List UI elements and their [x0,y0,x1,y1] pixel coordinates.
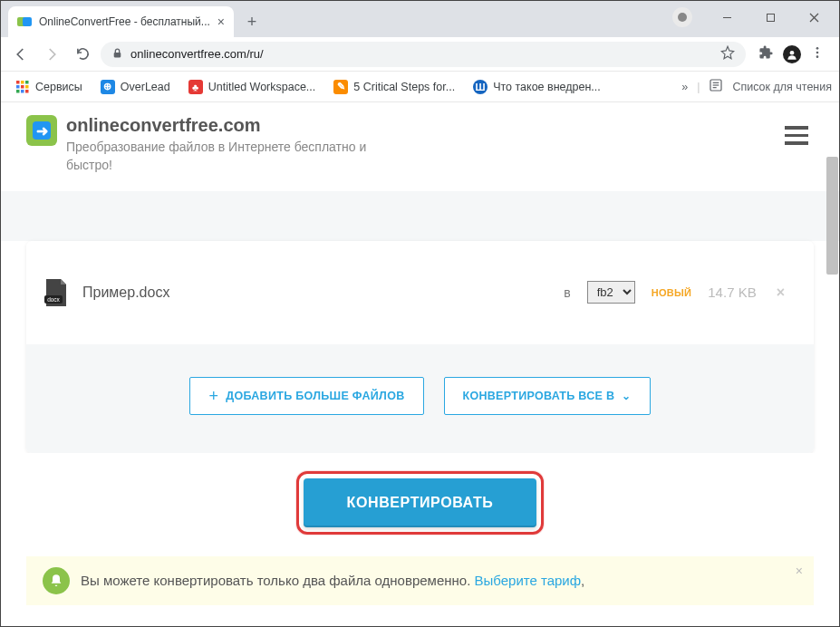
browser-address-bar: onlineconvertfree.com/ru/ [1,37,839,72]
tab-favicon [17,14,32,29]
bookmark-favicon: ♣ [188,80,203,94]
nav-back-button[interactable] [8,42,34,67]
apps-shortcut[interactable]: Сервисы [8,76,90,98]
tab-title: OnlineConvertFree - бесплатный... [39,15,210,28]
profile-avatar-icon[interactable] [783,45,801,63]
svg-rect-19 [16,90,20,93]
bookmark-label: Что такое внедрен... [493,81,601,93]
svg-rect-7 [114,52,121,56]
convert-to-label: в [564,285,570,300]
add-more-files-button[interactable]: + ДОБАВИТЬ БОЛЬШЕ ФАЙЛОВ [189,377,423,415]
nav-reload-button[interactable] [70,42,95,67]
new-tab-button[interactable]: + [239,9,265,34]
bookmark-item[interactable]: ✎ 5 Critical Steps for... [326,76,462,98]
convert-all-label: КОНВЕРТИРОВАТЬ ВСЕ В [463,390,615,402]
bookmarks-overflow-icon[interactable]: » [681,81,688,93]
extensions-icon[interactable] [758,44,774,63]
bookmark-label: 5 Critical Steps for... [353,81,455,93]
svg-rect-20 [21,90,24,93]
svg-rect-13 [16,81,20,84]
bookmark-item[interactable]: Ш Что такое внедрен... [466,76,608,98]
upgrade-notice: Вы можете конвертировать только два файл… [26,556,814,605]
convert-all-to-button[interactable]: КОНВЕРТИРОВАТЬ ВСЕ В ⌄ [444,377,651,415]
convert-button[interactable]: КОНВЕРТИРОВАТЬ [304,478,537,527]
file-row: docx Пример.docx в fb2 НОВЫЙ 14.7 KB × [26,241,814,344]
browser-titlebar: OnlineConvertFree - бесплатный... × + [1,1,839,37]
profile-badge-icon[interactable] [672,7,692,27]
svg-text:docx: docx [47,296,60,303]
site-tagline: Преобразование файлов в Интернете беспла… [66,138,383,175]
url-input[interactable]: onlineconvertfree.com/ru/ [101,42,746,67]
window-minimize-button[interactable] [709,5,745,30]
choose-plan-link[interactable]: Выберите тариф [475,573,582,588]
site-header: ➜ onlineconvertfree.com Преобразование ф… [1,102,839,191]
file-size: 14.7 KB [708,285,756,300]
svg-point-12 [816,55,819,58]
browser-tab[interactable]: OnlineConvertFree - бесплатный... × [8,6,234,37]
apps-icon [15,80,30,94]
svg-point-2 [678,13,687,22]
site-name: onlineconvertfree.com [66,115,383,136]
svg-point-10 [816,47,819,50]
svg-point-11 [816,51,819,53]
notice-close-button[interactable]: × [796,564,803,578]
bookmarks-bar: Сервисы ⊕ OverLead ♣ Untitled Workspace.… [1,72,839,102]
bookmark-label: OverLead [121,81,170,93]
apps-label: Сервисы [35,81,82,93]
star-icon[interactable] [720,45,735,63]
hamburger-menu-button[interactable] [779,121,814,150]
bookmark-favicon: Ш [473,80,488,94]
svg-point-9 [790,50,795,54]
notice-text: Вы можете конвертировать только два файл… [81,573,584,588]
file-type-icon: docx [43,277,70,308]
svg-rect-17 [21,85,24,89]
page-viewport: ➜ onlineconvertfree.com Преобразование ф… [1,102,839,626]
site-logo[interactable]: ➜ onlineconvertfree.com Преобразование ф… [26,115,383,175]
file-card: docx Пример.docx в fb2 НОВЫЙ 14.7 KB × + [26,241,814,453]
svg-rect-1 [23,17,32,26]
lock-icon [111,47,123,62]
svg-rect-14 [21,81,24,84]
format-select[interactable]: fb2 [587,281,635,304]
logo-icon: ➜ [26,115,57,146]
nav-forward-button[interactable] [39,42,64,67]
window-maximize-button[interactable] [752,5,788,30]
tab-close-icon[interactable]: × [217,14,225,29]
bookmark-label: Untitled Workspace... [208,81,316,93]
card-actions: + ДОБАВИТЬ БОЛЬШЕ ФАЙЛОВ КОНВЕРТИРОВАТЬ … [26,344,814,453]
bookmark-item[interactable]: ♣ Untitled Workspace... [181,76,323,98]
scrollbar-thumb[interactable] [826,157,838,275]
window-close-button[interactable] [796,5,832,30]
new-badge: НОВЫЙ [652,287,692,298]
bookmark-favicon: ⊕ [101,80,115,94]
bookmark-favicon: ✎ [333,80,348,94]
svg-rect-18 [25,85,29,89]
svg-rect-21 [25,90,29,93]
url-text: onlineconvertfree.com/ru/ [130,47,264,61]
reading-list-icon [709,78,723,95]
highlight-frame: КОНВЕРТИРОВАТЬ [296,471,545,535]
bookmark-item[interactable]: ⊕ OverLead [93,76,178,98]
chevron-down-icon: ⌄ [622,390,631,402]
reading-list-button[interactable]: Список для чтения [732,81,832,93]
menu-kebab-icon[interactable] [810,45,825,63]
add-more-label: ДОБАВИТЬ БОЛЬШЕ ФАЙЛОВ [226,390,404,402]
plus-icon: + [208,388,218,404]
svg-rect-4 [767,14,774,21]
bell-icon [43,567,70,594]
svg-rect-16 [16,85,20,89]
remove-file-button[interactable]: × [773,285,788,301]
svg-rect-15 [25,81,29,84]
convert-section: КОНВЕРТИРОВАТЬ [1,453,839,549]
file-name: Пример.docx [82,285,169,301]
